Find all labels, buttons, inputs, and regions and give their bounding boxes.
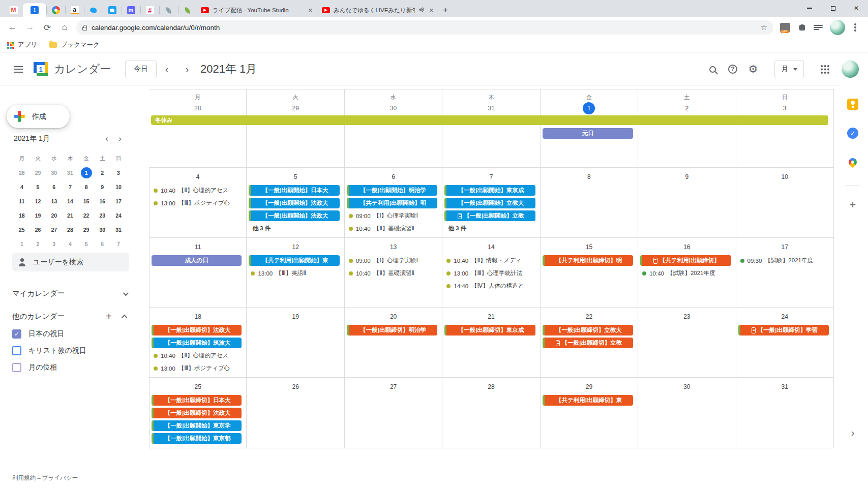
timed-event[interactable]: 09:00【Ⅰ】心理学実験Ⅰ	[347, 255, 437, 266]
bookmark-folder[interactable]: ブックマーク	[49, 41, 99, 49]
mini-day[interactable]: 26	[30, 223, 46, 237]
add-calendar-icon[interactable]: +	[106, 311, 112, 322]
date-number[interactable]: 11	[195, 243, 201, 251]
mini-day[interactable]: 28	[14, 166, 30, 180]
mini-day[interactable]: 25	[14, 223, 30, 237]
event-chip[interactable]: 【一般|出願開始】東京学	[152, 420, 242, 431]
pinned-tab-gmail[interactable]: M	[4, 3, 23, 17]
date-number[interactable]: 6	[392, 173, 395, 180]
date-number[interactable]: 21	[488, 313, 494, 320]
mini-day[interactable]: 23	[94, 208, 110, 223]
mini-day[interactable]: 31	[62, 166, 78, 180]
event-chip[interactable]: 【共テ利用|出願締切】明	[543, 255, 633, 266]
day-cell[interactable]: 27	[345, 378, 442, 448]
date-number[interactable]: 2	[685, 105, 689, 112]
pinned-tab-twitter-app[interactable]	[103, 3, 122, 17]
search-icon[interactable]	[702, 59, 723, 79]
date-number[interactable]: 10	[782, 173, 788, 180]
mini-day[interactable]: 2	[30, 237, 46, 251]
timed-event[interactable]: 10:40【試験】2021年度	[640, 268, 731, 279]
day-cell[interactable]: 19	[247, 308, 344, 378]
chevron-up-icon[interactable]	[122, 314, 127, 320]
terms-link[interactable]: 利用規約 – プライバシー	[12, 474, 78, 482]
calendar-list-item[interactable]: 月の位相	[12, 363, 57, 372]
event-chip[interactable]: 【一般|出願開始】東京成	[444, 185, 535, 196]
new-tab-button[interactable]: +	[439, 4, 452, 17]
mini-day[interactable]: 10	[110, 180, 127, 194]
mini-day[interactable]: 5	[30, 180, 46, 194]
date-number[interactable]: 29	[292, 105, 298, 112]
date-number[interactable]: 8	[587, 173, 591, 180]
day-cell[interactable]: 1309:00【Ⅰ】心理学実験Ⅰ10:40【Ⅱ】基礎演習Ⅱ	[345, 238, 442, 308]
date-number[interactable]: 14	[488, 243, 494, 251]
mini-day[interactable]: 7	[62, 180, 78, 194]
calendar-checkbox[interactable]: ✓	[12, 329, 21, 339]
my-calendars-section[interactable]: マイカレンダー	[12, 289, 127, 298]
day-cell[interactable]: 11成人の日	[149, 238, 247, 308]
close-button[interactable]: ✕	[845, 0, 868, 16]
event-chip[interactable]: 【一般|出願締切】学習	[738, 325, 829, 336]
date-number[interactable]: 20	[390, 313, 397, 320]
mini-day[interactable]: 18	[14, 208, 30, 223]
day-cell[interactable]: 25【一般|出願締切】日本大【一般|出願締切】法政大【一般|出願開始】東京学【一…	[149, 378, 247, 448]
timed-event[interactable]: 10:40【Ⅱ】心理的アセス	[152, 350, 242, 361]
collapse-panel-icon[interactable]: ›	[847, 427, 858, 438]
mini-day[interactable]: 21	[62, 208, 78, 223]
mini-day[interactable]: 14	[62, 194, 78, 208]
timed-event[interactable]: 13:00【Ⅲ】英語Ⅱ	[249, 268, 339, 279]
event-chip[interactable]: 【一般|出願締切】立教	[543, 338, 633, 348]
event-chip[interactable]: 【一般|出願開始】明治学	[347, 185, 437, 196]
bookmark-apps[interactable]: アプリ	[7, 41, 37, 49]
mini-day[interactable]: 19	[30, 208, 46, 223]
calendar-checkbox[interactable]	[12, 346, 21, 355]
timed-event[interactable]: 10:40【Ⅱ】心理的アセス	[152, 185, 242, 196]
help-icon[interactable]: ?	[723, 59, 743, 79]
day-cell[interactable]: 21【一般|出願締切】東京成	[442, 308, 540, 378]
day-cell[interactable]: 6【一般|出願開始】明治学【共テ利用|出願開始】明09:00【Ⅰ】心理学実験Ⅰ1…	[345, 168, 442, 238]
event-chip[interactable]: 【共テ利用|出願開始】東	[249, 255, 339, 266]
timed-event[interactable]: 10:40【Ⅱ】基礎演習Ⅱ	[347, 223, 437, 234]
date-number[interactable]: 7	[490, 173, 493, 180]
date-number[interactable]: 28	[488, 383, 494, 390]
timed-event[interactable]: 14:40【Ⅳ】人体の構造と	[444, 281, 535, 291]
event-chip[interactable]: 【一般|出願締切】法政大	[152, 325, 242, 336]
day-cell[interactable]: 7【一般|出願開始】東京成【一般|出願開始】立教大【一般|出願開始】立教他 3 …	[442, 168, 540, 238]
day-cell[interactable]: 23	[638, 308, 736, 378]
forward-button[interactable]: →	[23, 20, 37, 35]
mini-day[interactable]: 3	[110, 166, 127, 180]
day-cell[interactable]: 22【一般|出願締切】立教大【一般|出願締切】立教	[541, 308, 638, 378]
day-cell[interactable]: 5【一般|出願開始】日本大【一般|出願開始】法政大【一般|出願開始】法政大他 3…	[247, 168, 344, 238]
prev-month-button[interactable]: ‹	[157, 59, 177, 79]
chevron-down-icon[interactable]	[123, 290, 129, 295]
extensions-puzzle-icon[interactable]	[797, 23, 806, 32]
mini-day[interactable]: 15	[78, 194, 95, 208]
user-search-box[interactable]: ユーザーを検索	[12, 253, 129, 271]
date-number[interactable]: 26	[292, 383, 298, 390]
pinned-tab-slack[interactable]: #	[140, 3, 159, 17]
calendar-list-item[interactable]: ✓日本の祝日	[12, 329, 64, 339]
timed-event[interactable]: 09:00【Ⅰ】心理学実験Ⅰ	[347, 210, 437, 221]
event-chip[interactable]: 【一般|出願締切】明治学	[347, 325, 437, 336]
day-cell[interactable]: 金1元日	[541, 89, 638, 168]
main-menu-icon[interactable]	[6, 57, 31, 81]
event-chip[interactable]: 【一般|出願締切】法政大	[152, 408, 242, 418]
date-number[interactable]: 12	[292, 243, 298, 251]
timed-event[interactable]: 10:40【Ⅱ】情報・メディ	[444, 255, 535, 266]
event-chip[interactable]: 【一般|出願締切】立教大	[543, 325, 633, 336]
event-chip[interactable]: 【共テ利用|出願締切】東	[543, 395, 633, 406]
mini-prev-button[interactable]: ‹	[100, 132, 113, 145]
day-cell[interactable]: 1410:40【Ⅱ】情報・メディ13:00【Ⅲ】心理学統計法14:40【Ⅳ】人体…	[442, 238, 540, 308]
date-number[interactable]: 19	[292, 313, 298, 320]
pinned-tab-calendar[interactable]: 1	[23, 3, 46, 17]
mini-day[interactable]: 1	[78, 166, 95, 180]
get-addons-icon[interactable]: +	[847, 199, 858, 210]
event-chip[interactable]: 【一般|出願開始】筑波大	[152, 338, 242, 348]
date-number[interactable]: 23	[683, 313, 690, 320]
day-cell[interactable]: 木31	[442, 89, 540, 168]
day-cell[interactable]: 31	[736, 378, 834, 448]
timed-event[interactable]: 13:00【Ⅲ】ポジティブ心	[152, 198, 242, 208]
timed-event[interactable]: 09:30【試験】2021年度	[738, 255, 829, 266]
day-cell[interactable]: 土2	[638, 89, 736, 168]
google-apps-grid-icon[interactable]	[820, 65, 829, 74]
tab-youtube-studio[interactable]: ライブ配信 - YouTube Studio ✕	[197, 3, 318, 17]
